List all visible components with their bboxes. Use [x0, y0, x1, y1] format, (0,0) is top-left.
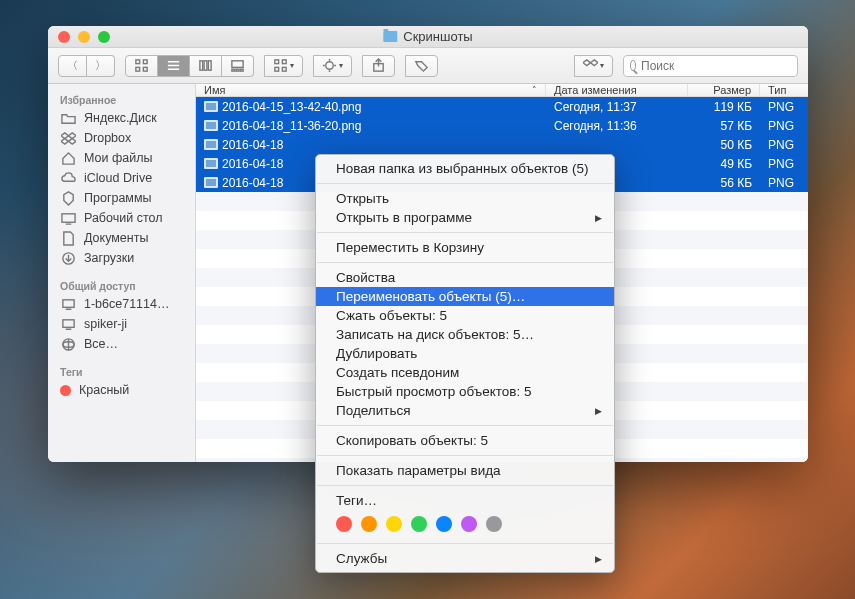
- file-type: PNG: [760, 100, 808, 114]
- view-gallery-button[interactable]: [222, 55, 254, 77]
- arrange-button[interactable]: ▾: [264, 55, 303, 77]
- sidebar-item-downloads[interactable]: Загрузки: [48, 248, 195, 268]
- sidebar-item-label: iCloud Drive: [84, 171, 152, 185]
- view-icons-button[interactable]: [125, 55, 158, 77]
- menu-open-with[interactable]: Открыть в программе: [316, 208, 614, 227]
- sidebar-item-shared-2[interactable]: spiker-ji: [48, 314, 195, 334]
- menu-copy[interactable]: Скопировать объекты: 5: [316, 431, 614, 450]
- column-headers: Имя˄ Дата изменения Размер Тип: [196, 84, 808, 97]
- menu-open[interactable]: Открыть: [316, 189, 614, 208]
- menu-separator: [317, 232, 613, 233]
- sidebar-item-shared-1[interactable]: 1-b6ce71114…: [48, 294, 195, 314]
- action-button[interactable]: ▾: [313, 55, 352, 77]
- view-columns-button[interactable]: [190, 55, 222, 77]
- svg-rect-15: [282, 60, 286, 64]
- menu-compress[interactable]: Сжать объекты: 5: [316, 306, 614, 325]
- file-name: 2016-04-18: [222, 157, 283, 171]
- minimize-button[interactable]: [78, 31, 90, 43]
- sidebar-item-documents[interactable]: Документы: [48, 228, 195, 248]
- view-list-button[interactable]: [158, 55, 190, 77]
- svg-rect-2: [136, 67, 140, 71]
- sidebar-item-label: Dropbox: [84, 131, 131, 145]
- svg-rect-9: [208, 61, 211, 70]
- file-row[interactable]: 2016-04-18 50 КБ PNG: [196, 135, 808, 154]
- menu-tags-label[interactable]: Теги…: [316, 491, 614, 510]
- svg-rect-35: [62, 299, 73, 307]
- menu-share[interactable]: Поделиться: [316, 401, 614, 420]
- menu-rename[interactable]: Переименовать объекты (5)…: [316, 287, 614, 306]
- menu-info[interactable]: Свойства: [316, 268, 614, 287]
- window-title: Скриншоты: [403, 29, 472, 44]
- file-name: 2016-04-18: [222, 138, 283, 152]
- sidebar-item-label: Программы: [84, 191, 152, 205]
- titlebar[interactable]: Скриншоты: [48, 26, 808, 48]
- header-name[interactable]: Имя˄: [196, 84, 546, 96]
- download-icon: [60, 252, 76, 265]
- sidebar-item-yandex[interactable]: Яндекс.Диск: [48, 108, 195, 128]
- context-menu: Новая папка из выбранных объектов (5) От…: [315, 154, 615, 573]
- file-type: PNG: [760, 176, 808, 190]
- search-field[interactable]: [623, 55, 798, 77]
- cloud-icon: [60, 172, 76, 185]
- file-type: PNG: [760, 138, 808, 152]
- image-file-icon: [204, 139, 218, 150]
- header-type[interactable]: Тип: [760, 84, 808, 96]
- sidebar-item-icloud[interactable]: iCloud Drive: [48, 168, 195, 188]
- file-type: PNG: [760, 119, 808, 133]
- tag-blue[interactable]: [436, 516, 452, 532]
- menu-quicklook[interactable]: Быстрый просмотр объектов: 5: [316, 382, 614, 401]
- svg-rect-13: [240, 69, 243, 71]
- file-name: 2016-04-18_11-36-20.png: [222, 119, 361, 133]
- image-file-icon: [204, 158, 218, 169]
- maximize-button[interactable]: [98, 31, 110, 43]
- tag-orange[interactable]: [361, 516, 377, 532]
- sidebar-item-label: 1-b6ce71114…: [84, 297, 169, 311]
- back-button[interactable]: 〈: [58, 55, 87, 77]
- sidebar-item-tag-red[interactable]: Красный: [48, 380, 195, 400]
- sidebar-item-desktop[interactable]: Рабочий стол: [48, 208, 195, 228]
- file-size: 57 КБ: [688, 119, 760, 133]
- file-row[interactable]: 2016-04-18_11-36-20.png Сегодня, 11:36 5…: [196, 116, 808, 135]
- menu-services[interactable]: Службы: [316, 549, 614, 568]
- sidebar-item-myfiles[interactable]: Мои файлы: [48, 148, 195, 168]
- tag-red[interactable]: [336, 516, 352, 532]
- header-size[interactable]: Размер: [688, 84, 760, 96]
- tag-yellow[interactable]: [386, 516, 402, 532]
- dropbox-toolbar-button[interactable]: ▾: [574, 55, 613, 77]
- header-date[interactable]: Дата изменения: [546, 84, 688, 96]
- image-file-icon: [204, 177, 218, 188]
- menu-alias[interactable]: Создать псевдоним: [316, 363, 614, 382]
- file-date: Сегодня, 11:36: [546, 119, 688, 133]
- search-icon: [630, 60, 636, 71]
- sidebar-item-apps[interactable]: Программы: [48, 188, 195, 208]
- menu-trash[interactable]: Переместить в Корзину: [316, 238, 614, 257]
- sidebar: Избранное Яндекс.Диск Dropbox Мои файлы …: [48, 84, 196, 462]
- menu-duplicate[interactable]: Дублировать: [316, 344, 614, 363]
- view-mode-buttons: [125, 55, 254, 77]
- share-button[interactable]: [362, 55, 395, 77]
- forward-button[interactable]: 〉: [87, 55, 115, 77]
- menu-viewopts[interactable]: Показать параметры вида: [316, 461, 614, 480]
- svg-rect-17: [282, 67, 286, 71]
- sidebar-item-label: Яндекс.Диск: [84, 111, 157, 125]
- svg-rect-16: [275, 67, 279, 71]
- sidebar-section-shared: Общий доступ: [48, 276, 195, 294]
- sidebar-item-dropbox[interactable]: Dropbox: [48, 128, 195, 148]
- close-button[interactable]: [58, 31, 70, 43]
- tag-green[interactable]: [411, 516, 427, 532]
- sidebar-section-favorites: Избранное: [48, 90, 195, 108]
- menu-separator: [317, 183, 613, 184]
- search-input[interactable]: [641, 59, 791, 73]
- home-icon: [60, 152, 76, 165]
- tags-button[interactable]: [405, 55, 438, 77]
- tag-purple[interactable]: [461, 516, 477, 532]
- apps-icon: [60, 192, 76, 205]
- file-row[interactable]: 2016-04-15_13-42-40.png Сегодня, 11:37 1…: [196, 97, 808, 116]
- sidebar-item-shared-all[interactable]: Все…: [48, 334, 195, 354]
- menu-new-folder[interactable]: Новая папка из выбранных объектов (5): [316, 159, 614, 178]
- svg-rect-3: [143, 67, 147, 71]
- svg-rect-1: [143, 60, 147, 64]
- tag-gray[interactable]: [486, 516, 502, 532]
- menu-burn[interactable]: Записать на диск объектов: 5…: [316, 325, 614, 344]
- toolbar: 〈 〉 ▾ ▾ ▾: [48, 48, 808, 84]
